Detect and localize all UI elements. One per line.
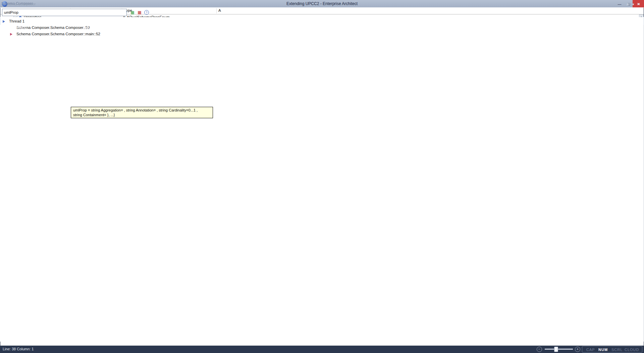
watch-expression-input[interactable]: umlProp — [2, 9, 127, 16]
add-watch-icon[interactable]: ▦ — [129, 9, 136, 15]
zoom-out-icon[interactable]: − — [537, 347, 542, 352]
variable-type: IEADualSchemaPropEnum — [83, 25, 125, 29]
editor-panel-title: Schema Composer — [3, 2, 36, 6]
indicator-scrl: SCRL — [611, 348, 623, 352]
keyboard-indicator-group: CAPNUMSCRLCLOUD — [582, 346, 642, 353]
zoom-slider-thumb[interactable] — [554, 347, 558, 352]
editor-title-bar: Schema Composer ∧ ▾ ✕ — [0, 0, 644, 8]
help-icon[interactable]: ? — [144, 9, 150, 15]
caret-position: Line: 38 Column: 1 — [3, 347, 34, 351]
delete-watch-icon[interactable]: ▦ — [137, 9, 143, 15]
zoom-in-icon[interactable]: + — [575, 347, 580, 352]
stack-frame-label: Schema Composer.Schema Composer::main::5… — [16, 32, 100, 36]
indicator-cloud: CLOUD — [625, 348, 639, 352]
watches-toolbar: ▦▦? — [128, 9, 151, 16]
indicator-num: NUM — [598, 348, 608, 352]
stack-arrow-icon — [3, 20, 5, 23]
tooltip-line2: string Containment= }, ...} — [73, 113, 211, 117]
tooltip-line1: umlProp = string Aggregation= , string A… — [73, 108, 211, 113]
stack-frame[interactable]: Schema Composer.Schema Composer::main::5… — [0, 31, 644, 38]
application-window: Extending UPCC2 - Enterprise Architect —… — [0, 0, 644, 353]
watch-expression-value: umlProp — [4, 10, 18, 14]
stack-arrow-icon — [10, 33, 12, 36]
zoom-slider-track[interactable] — [545, 349, 573, 350]
stack-frame[interactable]: Thread 1 — [0, 18, 644, 25]
chevron-down-icon[interactable]: ▾ — [631, 1, 636, 7]
call-stack-list: Thread 1Schema Composer.Schema Composer:… — [0, 17, 644, 353]
debug-value-tooltip: umlProp = string Aggregation= , string A… — [71, 107, 213, 118]
collapse-up-icon[interactable]: ∧ — [625, 1, 630, 7]
stack-frame-label: Thread 1 — [9, 19, 24, 23]
indicator-cap: CAP — [586, 348, 595, 352]
close-icon[interactable]: ✕ — [637, 1, 641, 7]
column-header-a[interactable]: A — [218, 8, 221, 12]
status-bar: Line: 38 Column: 1 − + CAPNUMSCRLCLOUD — [0, 346, 644, 353]
